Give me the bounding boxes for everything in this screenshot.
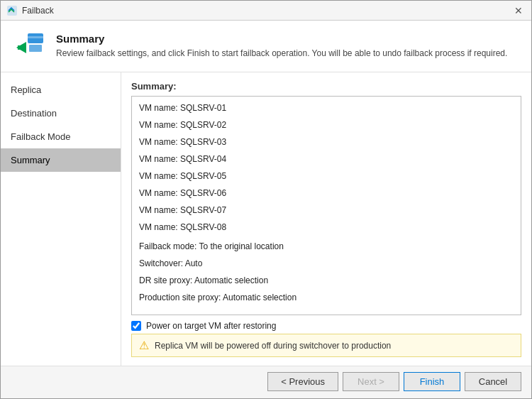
cancel-button[interactable]: Cancel <box>465 372 521 391</box>
header-text: Summary Review failback settings, and cl… <box>56 33 507 60</box>
list-item: Failback mode: To the original location <box>132 236 521 255</box>
list-item: VM name: SQLSRV-06 <box>132 185 521 202</box>
title-bar-left: Failback <box>6 5 54 16</box>
warning-icon: ⚠ <box>139 339 149 352</box>
summary-label: Summary: <box>131 81 521 92</box>
header-title: Summary <box>56 33 507 45</box>
summary-scroll[interactable]: VM name: SQLSRV-01 VM name: SQLSRV-02 VM… <box>132 97 521 315</box>
list-item: Switchover: Auto <box>132 255 521 272</box>
list-item: VM name: SQLSRV-01 <box>132 99 521 116</box>
header-description: Review failback settings, and click Fini… <box>56 48 507 60</box>
sidebar-item-destination[interactable]: Destination <box>1 102 121 125</box>
dialog-header: Summary Review failback settings, and cl… <box>1 21 531 72</box>
list-item: VM name: SQLSRV-07 <box>132 202 521 219</box>
svg-rect-4 <box>18 45 26 50</box>
sidebar: Replica Destination Failback Mode Summar… <box>1 72 121 366</box>
warning-text: Replica VM will be powered off during sw… <box>155 341 391 351</box>
dialog-body: Replica Destination Failback Mode Summar… <box>1 72 531 366</box>
close-button[interactable]: ✕ <box>511 6 526 16</box>
previous-button[interactable]: < Previous <box>267 372 338 391</box>
list-item: VM name: SQLSRV-03 <box>132 133 521 151</box>
svg-rect-3 <box>29 45 42 52</box>
main-window: Failback ✕ Summary Review failback setti… <box>0 0 532 399</box>
window-title: Failback <box>22 6 54 16</box>
list-item: Production site proxy: Automatic selecti… <box>132 289 521 306</box>
sidebar-item-summary[interactable]: Summary <box>1 148 121 172</box>
main-content: Summary: VM name: SQLSRV-01 VM name: SQL… <box>121 72 531 366</box>
list-item: VM name: SQLSRV-04 <box>132 151 521 168</box>
checkbox-label[interactable]: Power on target VM after restoring <box>146 321 276 331</box>
header-icon <box>12 29 46 63</box>
finish-button[interactable]: Finish <box>404 372 460 391</box>
checkbox-row: Power on target VM after restoring <box>131 315 521 334</box>
sidebar-item-failback-mode[interactable]: Failback Mode <box>1 125 121 148</box>
summary-box: VM name: SQLSRV-01 VM name: SQLSRV-02 VM… <box>131 96 521 315</box>
next-button: Next > <box>343 372 399 391</box>
sidebar-item-replica[interactable]: Replica <box>1 78 121 102</box>
dialog-footer: < Previous Next > Finish Cancel <box>1 366 531 398</box>
title-bar: Failback ✕ <box>1 1 531 21</box>
svg-rect-2 <box>28 36 43 38</box>
power-on-checkbox[interactable] <box>131 321 141 331</box>
app-icon <box>6 5 18 16</box>
list-item: VM name: SQLSRV-02 <box>132 116 521 133</box>
list-item: DR site proxy: Automatic selection <box>132 272 521 289</box>
warning-row: ⚠ Replica VM will be powered off during … <box>131 334 521 357</box>
list-item: VM name: SQLSRV-08 <box>132 219 521 236</box>
list-item: VM name: SQLSRV-05 <box>132 168 521 185</box>
